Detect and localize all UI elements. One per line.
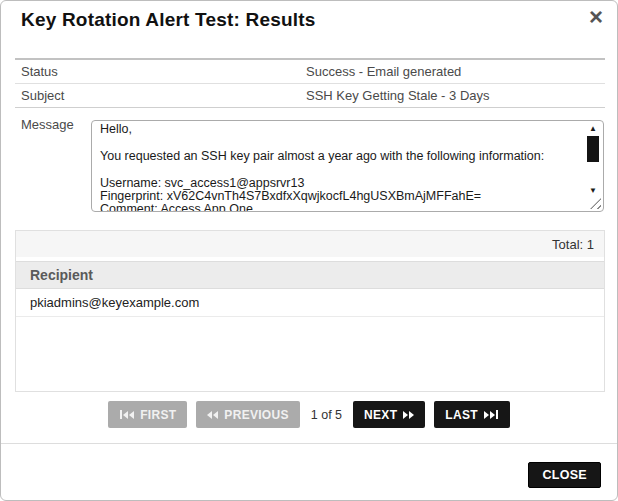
first-page-label: FIRST xyxy=(140,408,176,422)
recipient-header-label: Recipient xyxy=(30,267,93,283)
scroll-down-icon[interactable]: ▼ xyxy=(586,186,600,195)
scroll-up-icon[interactable]: ▲ xyxy=(586,124,600,133)
key-rotation-results-modal: Key Rotation Alert Test: Results × Statu… xyxy=(0,0,618,501)
scrollbar-thumb[interactable] xyxy=(587,136,599,162)
table-row: Subject SSH Key Getting Stale - 3 Days xyxy=(15,83,605,107)
recipient-column-header: Recipient xyxy=(16,261,604,289)
close-button[interactable]: CLOSE xyxy=(528,462,601,488)
first-page-button[interactable]: FIRST xyxy=(108,401,187,428)
message-textarea[interactable]: Hello, You requested an SSH key pair alm… xyxy=(91,120,604,212)
rewind-icon xyxy=(207,411,218,419)
last-page-button[interactable]: LAST xyxy=(434,401,510,428)
pagination-bar: FIRST PREVIOUS 1 of 5 NEXT LAST xyxy=(1,401,617,428)
footer-divider xyxy=(1,443,617,444)
recipient-email: pkiadmins@keyexample.com xyxy=(30,295,199,310)
message-text: Hello, You requested an SSH key pair alm… xyxy=(92,121,583,211)
page-status: 1 of 5 xyxy=(311,408,342,422)
close-icon[interactable]: × xyxy=(589,3,603,31)
last-page-label: LAST xyxy=(445,408,478,422)
recipients-panel: Total: 1 Recipient pkiadmins@keyexample.… xyxy=(15,230,605,392)
message-label: Message xyxy=(21,117,74,132)
skip-last-icon xyxy=(484,410,499,419)
resize-grip-icon[interactable] xyxy=(590,198,601,209)
status-value: Success - Email generated xyxy=(306,64,605,79)
status-label: Status xyxy=(15,64,306,79)
previous-page-button[interactable]: PREVIOUS xyxy=(196,401,299,428)
total-bar: Total: 1 xyxy=(16,231,604,257)
message-scrollbar[interactable]: ▲ ▼ xyxy=(586,124,600,195)
details-table: Status Success - Email generated Subject… xyxy=(15,58,605,108)
total-count: Total: 1 xyxy=(552,237,594,252)
subject-value: SSH Key Getting Stale - 3 Days xyxy=(306,88,605,103)
next-page-label: NEXT xyxy=(364,408,397,422)
page-title: Key Rotation Alert Test: Results xyxy=(21,9,316,31)
next-page-button[interactable]: NEXT xyxy=(353,401,425,428)
table-row[interactable]: pkiadmins@keyexample.com xyxy=(16,289,604,317)
subject-label: Subject xyxy=(15,88,306,103)
previous-page-label: PREVIOUS xyxy=(224,408,288,422)
skip-first-icon xyxy=(119,410,134,419)
fast-forward-icon xyxy=(403,411,414,419)
table-row: Status Success - Email generated xyxy=(15,60,605,83)
